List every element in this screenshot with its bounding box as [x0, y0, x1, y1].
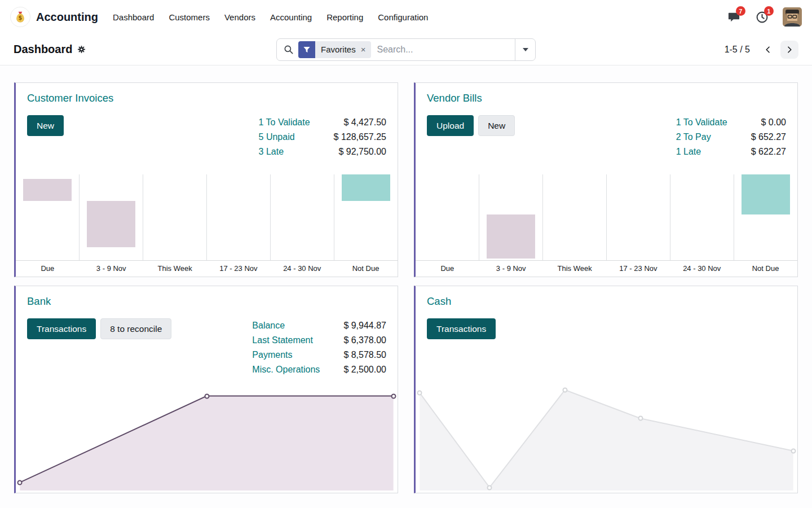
stat-late-amount[interactable]: $ 92,750.00: [334, 144, 386, 159]
accounting-app-icon[interactable]: $: [10, 7, 30, 27]
stat-to-validate[interactable]: 1 To Validate: [676, 115, 727, 130]
stat-balance-amount[interactable]: $ 9,944.87: [343, 318, 386, 333]
chevron-left-icon: [764, 45, 773, 54]
vendor-bills-chart[interactable]: [416, 174, 797, 260]
favorites-facet[interactable]: Favorites ×: [298, 41, 371, 58]
customer-invoices-card: Customer Invoices New 1 To Validate $ 4,…: [14, 82, 398, 277]
chart-data-point: [204, 393, 209, 398]
app-name[interactable]: Accounting: [36, 11, 98, 24]
bank-stats: Balance $ 9,944.87 Last Statement $ 6,37…: [252, 318, 386, 377]
chart-x-label: 17 - 23 Nov: [606, 261, 670, 277]
vendor-bills-stats: 1 To Validate $ 0.00 2 To Pay $ 652.27 1…: [676, 115, 786, 159]
stat-payments-amount[interactable]: $ 8,578.50: [343, 348, 386, 362]
bank-card: Bank Transactions 8 to reconcile Balance…: [14, 286, 398, 493]
stat-unpaid[interactable]: 5 Unpaid: [259, 130, 310, 144]
pager-next-button[interactable]: [780, 41, 798, 59]
new-bill-button[interactable]: New: [478, 115, 515, 136]
gear-icon[interactable]: [77, 45, 86, 54]
money-bag-icon: $: [13, 10, 28, 24]
chart-data-point: [391, 393, 396, 398]
chart-x-label: Due: [416, 261, 479, 277]
pager-previous-button[interactable]: [759, 41, 777, 59]
cash-card: Cash Transactions: [414, 286, 798, 493]
vendor-bills-chart-x-labels: Due3 - 9 NovThis Week17 - 23 Nov24 - 30 …: [416, 260, 797, 277]
bank-balance-chart[interactable]: [18, 389, 395, 491]
chart-data-point: [17, 480, 23, 485]
facet-remove-icon[interactable]: ×: [361, 45, 366, 54]
chart-x-label: This Week: [143, 261, 207, 277]
stat-to-pay[interactable]: 2 To Pay: [676, 130, 727, 144]
new-invoice-button[interactable]: New: [27, 115, 64, 136]
chart-data-point: [417, 391, 422, 396]
menu-vendors[interactable]: Vendors: [224, 10, 255, 24]
reconcile-button[interactable]: 8 to reconcile: [100, 318, 171, 339]
chart-x-label: 3 - 9 Nov: [479, 261, 543, 277]
control-panel: Dashboard Favo: [0, 34, 812, 65]
chart-data-point: [487, 485, 492, 490]
messages-button[interactable]: 7: [726, 10, 741, 24]
menu-configuration[interactable]: Configuration: [378, 10, 428, 24]
chart-data-point: [638, 416, 643, 421]
chart-x-label: 24 - 30 Nov: [670, 261, 734, 277]
chart-data-point: [562, 387, 567, 392]
stat-to-validate-amount[interactable]: $ 0.00: [751, 115, 786, 130]
customer-invoices-chart-x-labels: Due3 - 9 NovThis Week17 - 23 Nov24 - 30 …: [16, 260, 398, 277]
chart-x-label: Not Due: [334, 261, 398, 277]
messages-badge: 7: [736, 6, 745, 16]
stat-payments[interactable]: Payments: [252, 348, 320, 362]
chart-x-label: 3 - 9 Nov: [80, 261, 143, 277]
menu-dashboard[interactable]: Dashboard: [113, 10, 154, 24]
upload-bill-button[interactable]: Upload: [427, 115, 474, 136]
customer-invoices-chart[interactable]: [16, 174, 398, 260]
menu-accounting[interactable]: Accounting: [270, 10, 312, 24]
chart-data-point: [791, 448, 796, 453]
user-avatar[interactable]: [783, 7, 802, 27]
dashboard-content: Customer Invoices New 1 To Validate $ 4,…: [0, 65, 812, 508]
filter-funnel-icon: [298, 41, 315, 58]
top-navbar: $ Accounting Dashboard Customers Vendors…: [0, 0, 812, 34]
stat-late-amount[interactable]: $ 622.27: [751, 144, 786, 159]
stat-last-statement[interactable]: Last Statement: [252, 333, 320, 348]
systray: 7 1: [726, 7, 802, 27]
bank-title[interactable]: Bank: [16, 286, 398, 308]
activities-badge: 1: [764, 6, 774, 16]
svg-text:$: $: [19, 15, 23, 21]
main-menu: Dashboard Customers Vendors Accounting R…: [113, 10, 428, 24]
search-bar[interactable]: Favorites ×: [276, 38, 536, 61]
stat-balance[interactable]: Balance: [252, 318, 320, 333]
activities-button[interactable]: 1: [754, 10, 769, 24]
stat-misc-operations-amount[interactable]: $ 2,500.00: [343, 362, 386, 377]
avatar-image: [783, 7, 802, 27]
stat-misc-operations[interactable]: Misc. Operations: [252, 362, 320, 377]
cash-balance-chart[interactable]: [418, 389, 795, 491]
stat-to-pay-amount[interactable]: $ 652.27: [751, 130, 786, 144]
stat-to-validate-amount[interactable]: $ 4,427.50: [334, 115, 386, 130]
chart-x-label: This Week: [543, 261, 607, 277]
chart-x-label: Not Due: [734, 261, 797, 277]
stat-unpaid-amount[interactable]: $ 128,657.25: [334, 130, 386, 144]
customer-invoices-stats: 1 To Validate $ 4,427.50 5 Unpaid $ 128,…: [259, 115, 386, 159]
menu-customers[interactable]: Customers: [169, 10, 210, 24]
bank-transactions-button[interactable]: Transactions: [27, 318, 96, 339]
chevron-right-icon: [785, 45, 794, 54]
stat-last-statement-amount[interactable]: $ 6,378.00: [343, 333, 386, 348]
chevron-down-icon: [523, 48, 528, 51]
chart-x-label: 17 - 23 Nov: [206, 261, 270, 277]
stat-to-validate[interactable]: 1 To Validate: [259, 115, 310, 130]
vendor-bills-title[interactable]: Vendor Bills: [416, 83, 797, 104]
search-dropdown-toggle[interactable]: [515, 39, 535, 60]
cash-title[interactable]: Cash: [416, 286, 797, 308]
cash-transactions-button[interactable]: Transactions: [427, 318, 496, 339]
breadcrumb: Dashboard: [14, 43, 86, 56]
menu-reporting[interactable]: Reporting: [326, 10, 363, 24]
page-title[interactable]: Dashboard: [14, 43, 72, 56]
facet-body: Favorites ×: [315, 41, 371, 58]
customer-invoices-title[interactable]: Customer Invoices: [16, 83, 398, 104]
search-input[interactable]: [371, 45, 515, 55]
facet-label: Favorites: [321, 45, 356, 54]
stat-late[interactable]: 1 Late: [676, 144, 727, 159]
vendor-bills-card: Vendor Bills Upload New 1 To Validate $ …: [414, 82, 798, 277]
search-icon: [284, 45, 294, 55]
stat-late[interactable]: 3 Late: [259, 144, 310, 159]
chart-x-label: 24 - 30 Nov: [270, 261, 334, 277]
